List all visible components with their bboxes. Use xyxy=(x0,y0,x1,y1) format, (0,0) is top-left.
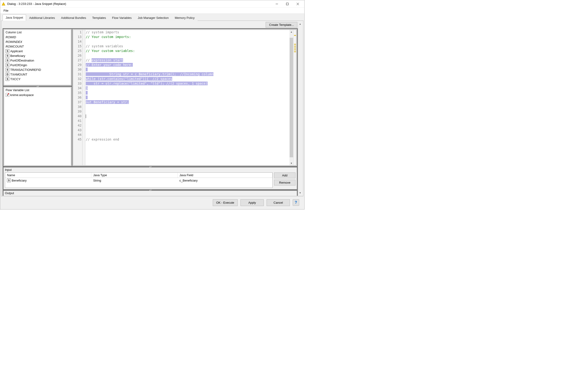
tab-java-snippet[interactable]: Java Snippet xyxy=(2,15,26,21)
flow-var-row[interactable]: sknime.workspace xyxy=(4,92,71,97)
scroll-down-icon[interactable]: ▼ xyxy=(299,191,302,195)
toolbar: Create Template... xyxy=(2,21,303,28)
col-header-field[interactable]: Java Field xyxy=(178,173,272,178)
input-rows: SBeneficiaryStringc_Beneficiary xyxy=(5,178,272,183)
ok-execute-button[interactable]: OK - Execute xyxy=(213,199,238,206)
column-name: PortOfDestination xyxy=(10,59,34,62)
tab-pane-inner: Create Template... Column List ROWIDROWI… xyxy=(1,21,303,196)
column-list-body[interactable]: ROWIDROWINDEXROWCOUNTSApplicantSBenefici… xyxy=(4,35,71,85)
type-badge-icon: S xyxy=(6,54,9,57)
svg-rect-2 xyxy=(286,3,288,5)
input-java-type: String xyxy=(91,178,178,183)
content-area: Java Snippet Additional Libraries Additi… xyxy=(0,13,304,209)
tab-pane: Create Template... Column List ROWIDROWI… xyxy=(1,20,304,196)
type-badge-icon: S xyxy=(6,77,9,81)
column-list-row[interactable]: STRANSACTIONREFID xyxy=(4,67,71,72)
input-name: Beneficiary xyxy=(12,179,27,182)
scroll-thumb[interactable] xyxy=(290,38,293,157)
menu-file[interactable]: File xyxy=(2,8,10,13)
marker xyxy=(294,35,296,36)
column-list-fixed-row[interactable]: ROWID xyxy=(4,35,71,39)
column-list-row[interactable]: SPortOfDestination xyxy=(4,58,71,63)
side-splitter[interactable] xyxy=(3,86,72,87)
input-section: Input Name Java Type Java Field SBenefic… xyxy=(3,167,297,189)
column-list-row[interactable]: SBeneficiary xyxy=(4,53,71,58)
footer-buttons: OK - Execute Apply Cancel ? xyxy=(1,196,304,209)
scroll-up-icon[interactable]: ▲ xyxy=(299,22,302,26)
column-list-fixed-row[interactable]: ROWCOUNT xyxy=(4,44,71,49)
col-header-name[interactable]: Name xyxy=(5,173,91,178)
input-section-header: Input xyxy=(3,168,297,172)
type-badge-icon: S xyxy=(6,63,9,67)
tab-flow-variables[interactable]: Flow Variables xyxy=(109,15,135,21)
column-list-row[interactable]: DTXAMOUNT xyxy=(4,72,71,77)
overview-ruler[interactable] xyxy=(293,30,296,165)
input-java-field: c_Beneficiary xyxy=(178,178,272,183)
column-name: TRANSACTIONREFID xyxy=(10,68,41,71)
fold-strip[interactable] xyxy=(83,30,85,165)
flow-var-header: Flow Variable List xyxy=(4,88,71,92)
maximize-button[interactable] xyxy=(282,0,292,7)
tab-templates[interactable]: Templates xyxy=(89,15,109,21)
column-list-header: Column List xyxy=(4,30,71,35)
column-list-row[interactable]: SPortOfOrigin xyxy=(4,63,71,67)
remove-button[interactable]: Remove xyxy=(274,180,295,185)
table-row[interactable]: SBeneficiaryStringc_Beneficiary xyxy=(5,178,272,183)
titlebar: Dialog - 3:233:233 - Java Snippet (Repla… xyxy=(0,0,304,8)
cancel-button[interactable]: Cancel xyxy=(267,199,290,206)
flow-var-panel: Flow Variable List sknime.workspace xyxy=(4,87,71,165)
tabs-row: Java Snippet Additional Libraries Additi… xyxy=(1,14,304,20)
marker xyxy=(294,46,296,47)
marker xyxy=(294,44,296,45)
tab-additional-libraries[interactable]: Additional Libraries xyxy=(26,15,58,21)
type-badge-icon: S xyxy=(7,178,11,182)
column-list-row[interactable]: STXCCY xyxy=(4,77,71,81)
window-controls xyxy=(271,0,303,7)
minimize-button[interactable] xyxy=(271,0,282,7)
code-body[interactable]: // system imports// Your custom imports:… xyxy=(85,30,289,165)
svg-marker-0 xyxy=(2,2,5,5)
column-list-row[interactable]: SApplicant xyxy=(4,49,71,53)
column-name: PortOfOrigin xyxy=(10,63,27,67)
col-header-type[interactable]: Java Type xyxy=(91,173,178,178)
type-badge-icon: S xyxy=(6,68,9,71)
column-name: TXCCY xyxy=(10,77,20,81)
add-button[interactable]: Add xyxy=(274,173,295,178)
pane-vertical-scrollbar[interactable]: ▲ ▼ xyxy=(298,22,302,195)
type-badge-icon: S xyxy=(6,49,9,53)
flow-var-icon: s xyxy=(6,93,9,97)
type-badge-icon: D xyxy=(6,72,9,76)
input-buttons: Add Remove xyxy=(274,173,295,188)
menubar: File xyxy=(0,8,304,13)
tab-additional-bundles[interactable]: Additional Bundles xyxy=(58,15,89,21)
column-name: Beneficiary xyxy=(10,54,25,57)
scroll-down-icon[interactable]: ▼ xyxy=(290,161,293,165)
scroll-up-icon[interactable]: ▲ xyxy=(290,30,293,34)
dialog-window: Dialog - 3:233:233 - Java Snippet (Repla… xyxy=(0,0,304,210)
main-split: Column List ROWIDROWINDEXROWCOUNTSApplic… xyxy=(2,28,298,196)
app-icon xyxy=(2,2,5,6)
marker xyxy=(294,49,296,50)
marker xyxy=(294,51,296,52)
output-section-header: Output xyxy=(3,191,297,195)
code-editor[interactable]: 1131415252627293031323334353637383940414… xyxy=(73,30,296,165)
output-section: Output xyxy=(3,191,297,196)
close-button[interactable] xyxy=(292,0,303,7)
column-name: Applicant xyxy=(10,49,23,53)
flow-var-name: knime.workspace xyxy=(10,93,34,97)
side-column: Column List ROWIDROWINDEXROWCOUNTSApplic… xyxy=(3,29,72,166)
input-table-header: Name Java Type Java Field xyxy=(5,173,272,178)
column-list-fixed-row[interactable]: ROWINDEX xyxy=(4,39,71,44)
apply-button[interactable]: Apply xyxy=(240,199,264,206)
window-title: Dialog - 3:233:233 - Java Snippet (Repla… xyxy=(7,2,271,6)
input-table[interactable]: Name Java Type Java Field SBeneficiarySt… xyxy=(5,173,273,188)
type-badge-icon: S xyxy=(6,58,9,62)
flow-var-body[interactable]: sknime.workspace xyxy=(4,92,71,165)
code-vertical-scrollbar[interactable]: ▲ ▼ xyxy=(289,30,293,165)
help-button[interactable]: ? xyxy=(293,199,299,206)
code-gutter[interactable]: 1131415252627293031323334353637383940414… xyxy=(73,30,83,165)
create-template-button[interactable]: Create Template... xyxy=(266,22,297,28)
tab-job-manager[interactable]: Job Manager Selection xyxy=(135,15,172,21)
tab-memory-policy[interactable]: Memory Policy xyxy=(172,15,197,21)
column-list-panel: Column List ROWIDROWINDEXROWCOUNTSApplic… xyxy=(4,30,71,85)
